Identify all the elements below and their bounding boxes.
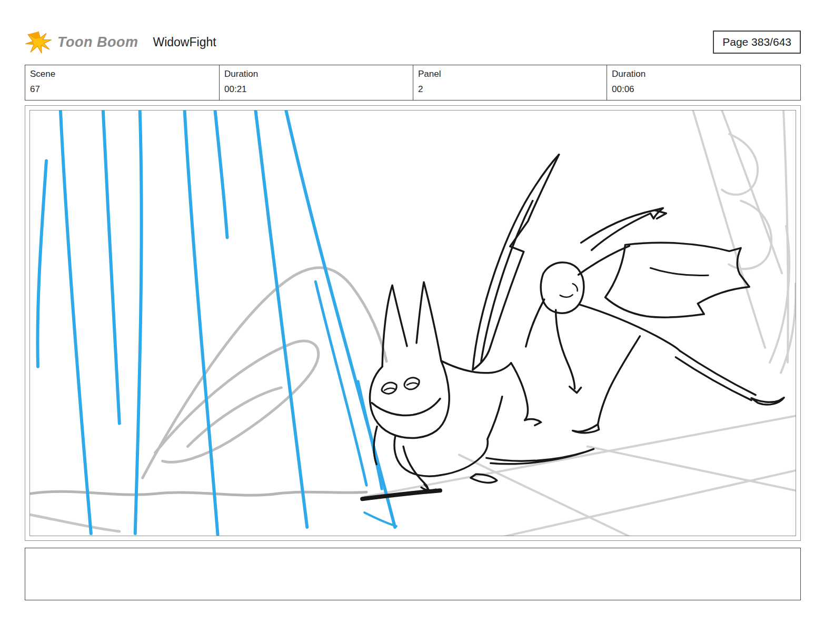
info-cell-scene-duration: Duration 00:21 <box>219 65 413 100</box>
info-value: 67 <box>30 84 214 96</box>
toon-boom-logo: Toon Boom <box>25 30 138 54</box>
storyboard-panel <box>25 105 801 541</box>
brand-text: Toon Boom <box>57 34 138 51</box>
blue-rain-streaks <box>37 110 396 535</box>
info-cell-panel-duration: Duration 00:06 <box>607 65 800 100</box>
page-number-box: Page 383/643 <box>713 31 801 54</box>
info-value: 00:06 <box>612 84 796 96</box>
storyboard-panel-inner <box>29 110 796 536</box>
info-label: Scene <box>30 68 214 80</box>
background-diagonals-gray <box>364 110 796 536</box>
project-title: WidowFight <box>153 35 216 49</box>
storyboard-drawing <box>30 110 796 536</box>
info-label: Panel <box>418 68 602 80</box>
page-header: Toon Boom WidowFight Page 383/643 <box>25 27 801 57</box>
storyboard-page: Toon Boom WidowFight Page 383/643 Scene … <box>0 0 834 644</box>
info-value: 00:21 <box>224 84 408 96</box>
caption-box <box>25 548 801 600</box>
background-sketch-gray <box>30 268 386 531</box>
crescent-swoop <box>473 155 559 370</box>
toon-boom-burst-icon <box>25 30 52 54</box>
info-label: Duration <box>224 68 408 80</box>
panel-info-table: Scene 67 Duration 00:21 Panel 2 Duration… <box>25 65 801 100</box>
info-cell-scene: Scene 67 <box>25 65 219 100</box>
info-cell-panel: Panel 2 <box>413 65 607 100</box>
info-label: Duration <box>612 68 796 80</box>
info-value: 2 <box>418 84 602 96</box>
figure-background <box>526 208 784 433</box>
